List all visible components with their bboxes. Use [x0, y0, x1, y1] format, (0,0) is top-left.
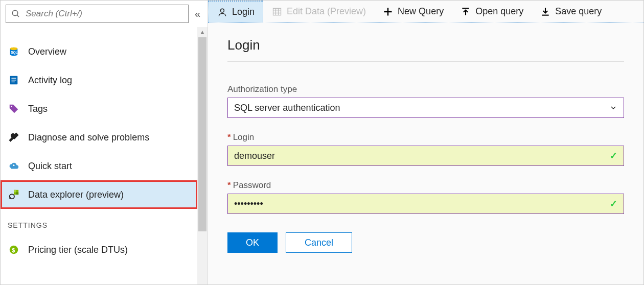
chevron-down-icon [609, 104, 617, 112]
plus-icon [382, 6, 394, 17]
sidebar-item-label: Data explorer (preview) [28, 189, 124, 200]
tools-icon [8, 131, 20, 144]
sidebar-item-activity-log[interactable]: Activity log [1, 66, 197, 94]
sidebar-item-quickstart[interactable]: Quick start [1, 152, 197, 180]
sidebar: « SQL Overview Activity log Tags [1, 1, 208, 284]
sql-icon: SQL [8, 45, 20, 58]
scrollbar-thumb[interactable] [198, 37, 206, 231]
search-row: « [1, 1, 208, 27]
svg-rect-18 [273, 8, 281, 15]
password-field-wrapper: ✓ [227, 194, 624, 214]
password-label: * Password [227, 180, 624, 191]
button-label: Save query [555, 6, 602, 17]
person-icon [217, 7, 228, 18]
check-icon: ✓ [610, 198, 617, 209]
sidebar-item-label: Tags [28, 104, 48, 114]
new-query-button[interactable]: New Query [374, 1, 452, 22]
nav-items: SQL Overview Activity log Tags [1, 27, 197, 284]
login-field-wrapper: ✓ [227, 146, 624, 166]
password-label-text: Password [233, 180, 271, 191]
svg-point-17 [221, 9, 224, 12]
svg-text:SQL: SQL [11, 51, 18, 55]
login-panel: Login Authorization type SQL server auth… [227, 37, 624, 253]
select-value: SQL server authentication [234, 103, 340, 113]
sidebar-item-overview[interactable]: SQL Overview [1, 37, 197, 66]
open-query-button[interactable]: Open query [452, 1, 532, 22]
login-label: * Login [227, 132, 624, 142]
open-icon [460, 6, 471, 17]
tab-label: Edit Data (Preview) [287, 6, 366, 17]
auth-type-label: Authorization type [227, 84, 624, 94]
explorer-icon [8, 188, 20, 201]
sidebar-item-label: Diagnose and solve problems [28, 132, 149, 143]
search-box[interactable] [6, 5, 189, 23]
scroll-up-icon[interactable]: ▲ [197, 27, 208, 37]
auth-type-group: Authorization type SQL server authentica… [227, 84, 624, 118]
tab-edit-data: Edit Data (Preview) [263, 1, 374, 22]
check-icon: ✓ [610, 150, 617, 161]
ok-button[interactable]: OK [227, 232, 278, 253]
button-label: New Query [398, 6, 444, 17]
svg-rect-7 [11, 80, 16, 80]
search-input[interactable] [26, 9, 183, 19]
button-row: OK Cancel [227, 232, 624, 253]
sidebar-item-label: Quick start [28, 161, 72, 172]
content: Login Edit Data (Preview) New Query Open… [208, 1, 643, 284]
tab-login[interactable]: Login [208, 1, 263, 22]
password-group: * Password ✓ [227, 180, 624, 214]
section-settings: SETTINGS [1, 209, 197, 235]
svg-rect-6 [11, 78, 16, 78]
sidebar-item-pricing-tier[interactable]: $ Pricing tier (scale DTUs) [1, 235, 197, 264]
save-icon [540, 6, 551, 17]
sidebar-item-tags[interactable]: Tags [1, 94, 197, 123]
sidebar-item-label: Pricing tier (scale DTUs) [28, 245, 128, 255]
required-asterisk: * [227, 180, 231, 191]
button-label: Open query [475, 6, 523, 17]
search-icon [11, 9, 20, 18]
password-input[interactable] [234, 199, 610, 209]
svg-point-3 [10, 48, 18, 51]
svg-rect-12 [16, 192, 19, 195]
cloud-icon [8, 160, 20, 172]
svg-rect-11 [14, 190, 16, 193]
sidebar-item-data-explorer[interactable]: Data explorer (preview) [1, 180, 197, 209]
svg-point-9 [11, 106, 12, 107]
cancel-button[interactable]: Cancel [286, 232, 352, 253]
svg-point-0 [12, 10, 18, 16]
required-asterisk: * [227, 132, 231, 142]
auth-type-select[interactable]: SQL server authentication [227, 98, 624, 118]
svg-text:$: $ [12, 247, 15, 253]
svg-rect-8 [11, 82, 14, 82]
login-input[interactable] [234, 151, 610, 161]
sidebar-scroll: SQL Overview Activity log Tags [1, 27, 208, 284]
toolbar: Login Edit Data (Preview) New Query Open… [208, 1, 643, 23]
scrollbar[interactable]: ▲ [197, 27, 208, 284]
log-icon [8, 74, 20, 86]
tab-label: Login [232, 7, 255, 17]
table-icon [271, 6, 283, 17]
svg-line-1 [17, 15, 19, 17]
sidebar-item-label: Overview [28, 46, 66, 57]
pricing-icon: $ [8, 244, 20, 256]
collapse-chevron-icon[interactable]: « [193, 8, 202, 20]
login-label-text: Login [233, 132, 255, 142]
sidebar-item-diagnose[interactable]: Diagnose and solve problems [1, 123, 197, 152]
save-query-button[interactable]: Save query [532, 1, 610, 22]
tag-icon [8, 103, 20, 115]
login-title: Login [227, 37, 624, 62]
sidebar-item-label: Activity log [28, 75, 72, 86]
login-group: * Login ✓ [227, 132, 624, 166]
